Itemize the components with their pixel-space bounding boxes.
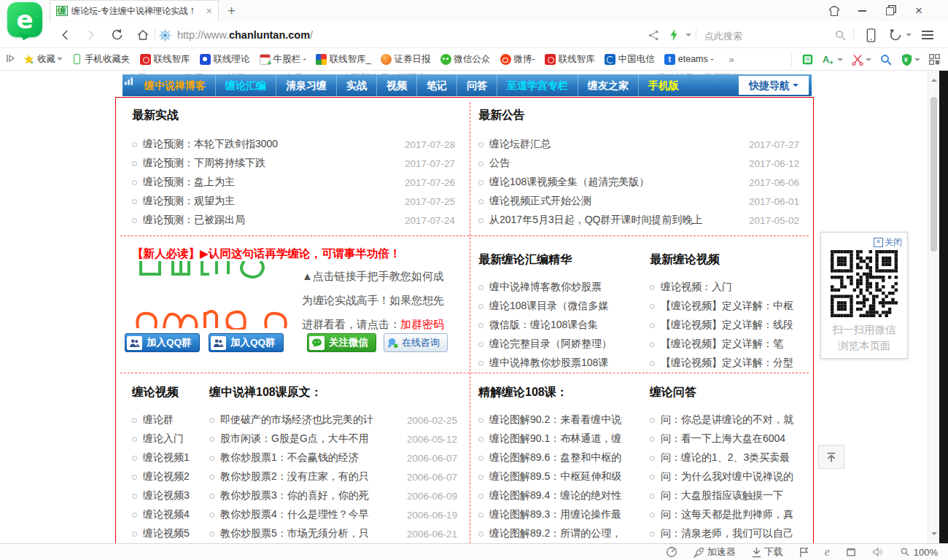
item-link[interactable]: 缠论108课目录（微信多媒 — [489, 300, 608, 313]
page-scrollbar[interactable] — [928, 71, 939, 543]
item-link[interactable]: 缠论视频5 — [143, 527, 190, 540]
list-item[interactable]: 缠论坛群汇总 2017-07-27 — [478, 135, 799, 154]
list-item[interactable]: 【缠论视频】定义详解：线段 — [650, 316, 807, 335]
bookmark-item[interactable]: 微博- — [500, 53, 535, 66]
list-item[interactable]: 缠论108课视频全集（超清完美版） 2017-06-06 — [478, 173, 799, 192]
find-icon[interactable] — [879, 53, 893, 66]
item-link[interactable]: 缠论视频3 — [143, 489, 190, 502]
item-link[interactable]: 问：缠论的1、2、3类买卖最 — [661, 451, 790, 464]
list-item[interactable]: 缠论完整目录（阿娇整理） — [478, 335, 642, 354]
list-item[interactable]: 股市闲谈：G股是G点，大牛不用 2006-05-12 — [209, 429, 457, 448]
item-link[interactable]: 缠论图解89.4：缠论的绝对性 — [489, 489, 621, 502]
quick-nav-button[interactable]: 快捷导航 — [739, 76, 809, 95]
nav-item-notes[interactable]: 笔记 — [417, 74, 457, 96]
item-link[interactable]: 即使破产的市场经济也比完美的计 — [220, 413, 373, 427]
sound-icon[interactable] — [872, 547, 884, 557]
item-link[interactable]: 缠论视频2 — [143, 470, 190, 483]
list-item[interactable]: 缠论图解89.2：所谓的公理， — [478, 524, 642, 543]
item-link[interactable]: 问：为什么我对缠中说禅说的 — [661, 470, 793, 483]
join-qq-group-button[interactable]: 加入QQ群 — [209, 333, 284, 352]
online-consult-button[interactable]: 在线咨询 — [384, 333, 448, 352]
scrollbar-thumb[interactable] — [930, 97, 937, 252]
site-info-icon[interactable] — [159, 29, 171, 42]
item-link[interactable]: 缠论入门 — [143, 432, 184, 446]
list-item[interactable]: 缠论视频：入门 — [650, 278, 807, 297]
undo-icon[interactable] — [887, 26, 904, 44]
list-item[interactable]: 缠论视频正式开始公测 2017-06-01 — [478, 192, 799, 211]
group-password-link[interactable]: 加群密码 — [400, 318, 444, 330]
bookmark-mobile-folder[interactable]: 手机收藏夹 — [72, 53, 131, 66]
item-link[interactable]: 缠论预测：观望为主 — [143, 195, 235, 208]
list-item[interactable]: 缠中说禅博客教你炒股票 — [478, 278, 642, 297]
item-link[interactable]: 缠论图解89.6：盘整和中枢的 — [489, 451, 621, 464]
list-item[interactable]: 教你炒股票1：不会赢钱的经济 2006-06-07 — [209, 448, 457, 467]
list-item[interactable]: 教你炒股票4：什么是理性？今早 2006-06-19 — [209, 505, 457, 524]
nav-item-practice[interactable]: 实战 — [337, 74, 377, 96]
nav-item-home-friends[interactable]: 缠友之家 — [578, 74, 639, 96]
list-item[interactable]: 缠论预测：盘上为主 2017-07-26 — [132, 173, 455, 192]
list-item[interactable]: 问：看一下上海大盘在6004 — [650, 429, 807, 448]
bookmark-item[interactable]: 牛股栏 - — [260, 53, 306, 66]
list-item[interactable]: 缠论预测：已被踢出局 2017-07-24 — [132, 211, 455, 230]
bookmarks-expander-icon[interactable] — [6, 53, 15, 66]
list-item[interactable]: 问：你总是讲缠论的不对，就 — [650, 411, 807, 429]
item-link[interactable]: 缠论图解90.2：来看看缠中说 — [489, 413, 621, 427]
nav-item-blog[interactable]: 缠中说禅博客 — [135, 74, 216, 96]
search-icon[interactable] — [831, 26, 849, 44]
item-link[interactable]: 问：你总是讲缠论的不对，就 — [661, 413, 793, 427]
list-item[interactable]: 缠论视频4 — [132, 505, 205, 524]
list-item[interactable]: 微信版：缠论108课合集 — [478, 316, 642, 335]
list-item[interactable]: 缠论视频5 — [132, 524, 205, 543]
report-flag-icon[interactable] — [799, 547, 809, 558]
window-size-icon[interactable] — [846, 548, 856, 557]
refresh-icon[interactable] — [108, 26, 125, 44]
search-hint[interactable]: 点此搜索 — [704, 30, 742, 43]
list-item[interactable]: 缠论预测：本轮下跌剑指3000 2017-07-28 — [132, 135, 455, 154]
forward-icon[interactable] — [82, 26, 99, 44]
close-button[interactable]: × — [906, 0, 932, 22]
item-link[interactable]: 缠论图解89.3：用缠论操作最 — [489, 508, 621, 521]
item-link[interactable]: 缠论坛群汇总 — [489, 138, 551, 151]
item-link[interactable]: 教你炒股票5：市场无须分析，只 — [220, 527, 369, 540]
item-link[interactable]: 微信版：缠论108课合集 — [489, 319, 598, 332]
item-link[interactable]: 缠论群 — [143, 413, 174, 427]
item-link[interactable]: 问：看一下上海大盘在6004 — [661, 432, 785, 446]
bookmark-favorites[interactable]: + 收藏 — [23, 53, 63, 66]
item-link[interactable]: 缠论预测：本轮下跌剑指3000 — [143, 138, 278, 151]
bookmark-item[interactable]: teteams - — [664, 54, 714, 65]
nav-item-video[interactable]: 视频 — [377, 74, 417, 96]
item-link[interactable]: 【缠论视频】定义详解：笔 — [661, 338, 783, 351]
join-qq-group-button[interactable]: 加入QQ群 — [125, 333, 200, 352]
list-item[interactable]: 缠中说禅教你炒股票108课 — [478, 354, 642, 373]
list-item[interactable]: 缠论图解89.3：用缠论操作最 — [478, 505, 642, 524]
nav-item-mobile[interactable]: 手机版 — [639, 74, 688, 96]
item-link[interactable]: 从2017年5月3日起，QQ群开课时间提前到晚上 — [489, 214, 703, 227]
list-item[interactable]: 缠论108课目录（微信多媒 — [478, 297, 642, 316]
item-link[interactable]: 【缠论视频】定义详解：线段 — [661, 319, 793, 332]
mobile-phone-icon[interactable] — [862, 26, 879, 44]
item-link[interactable]: 教你炒股票3：你的喜好，你的死 — [220, 489, 369, 502]
list-item[interactable]: 从2017年5月3日起，QQ群开课时间提前到晚上 2017-05-02 — [478, 211, 799, 230]
item-link[interactable]: 股市闲谈：G股是G点，大牛不用 — [220, 432, 369, 446]
scroll-up-arrow[interactable] — [931, 76, 937, 82]
item-link[interactable]: 缠论视频4 — [143, 508, 190, 521]
list-item[interactable]: 公告 2017-06-12 — [478, 154, 799, 173]
back-to-top-button[interactable] — [818, 445, 844, 469]
nav-item-zhidao[interactable]: 至道学宫专栏 — [497, 74, 578, 96]
item-link[interactable]: 缠论视频1 — [143, 451, 190, 464]
item-link[interactable]: 缠论预测：已被踢出局 — [143, 214, 245, 227]
undo-dropdown-icon[interactable] — [906, 34, 912, 39]
favorites-dropdown-icon[interactable] — [57, 58, 63, 63]
list-item[interactable]: 教你炒股票3：你的喜好，你的死 2006-06-09 — [209, 486, 457, 505]
list-item[interactable]: 问：这每天都是批判禅师，真 — [650, 505, 807, 524]
item-link[interactable]: 教你炒股票1：不会赢钱的经济 — [220, 451, 359, 464]
screenshot-scissors-icon[interactable] — [851, 53, 871, 66]
list-item[interactable]: 缠论视频3 — [132, 486, 205, 505]
bookmarks-overflow-icon[interactable]: » — [729, 54, 734, 65]
booster-bolt-icon[interactable] — [665, 26, 683, 44]
newbie-notice-link[interactable]: 【新人必读】▶认同这句话再学缠论，可谓事半功倍！ — [132, 246, 400, 262]
item-link[interactable]: 缠论视频正式开始公测 — [489, 195, 591, 208]
speed-test-icon[interactable]: + — [666, 546, 677, 558]
apps-grid-icon[interactable] — [928, 53, 941, 66]
accelerator-button[interactable]: 加速器 — [693, 545, 736, 559]
